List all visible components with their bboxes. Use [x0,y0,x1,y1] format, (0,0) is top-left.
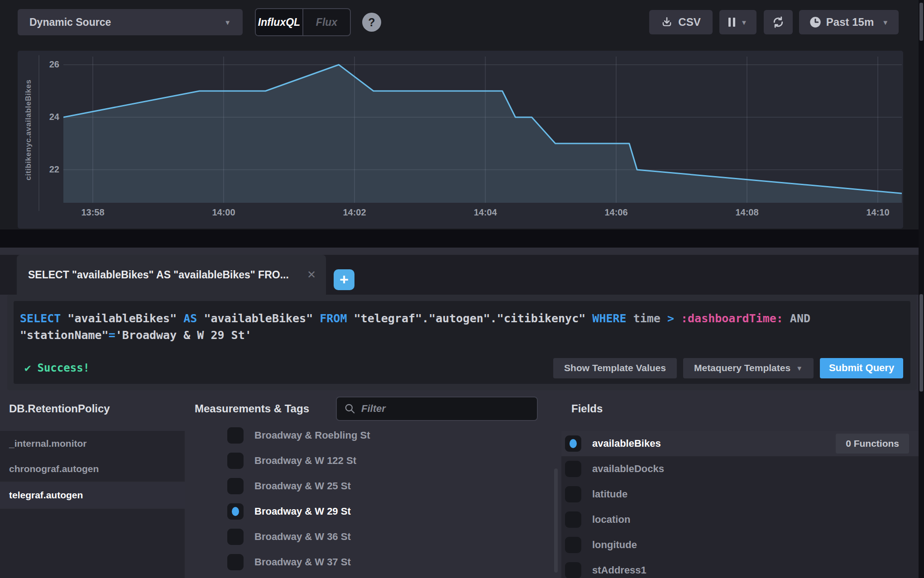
query-status-row: ✔ Success! Show Template Values Metaquer… [24,358,903,378]
measurement-item[interactable]: Broadway & W 37 St [195,549,557,575]
metaquery-templates-label: Metaquery Templates [694,363,790,373]
add-query-tab-button[interactable]: + [334,269,354,290]
db-retention-header: DB.RetentionPolicy [9,402,110,416]
time-range-dropdown[interactable]: Past 15m ▼ [799,10,899,34]
show-template-values-button[interactable]: Show Template Values [553,358,677,378]
check-icon: ✔ [24,362,31,374]
y-tick-label: 26 [39,59,59,70]
x-tick-label: 13:58 [72,207,113,218]
functions-badge[interactable]: 0 Functions [836,434,909,454]
query-builder-section: SELECT "availableBikes" AS "availableBik… [0,248,924,578]
metaquery-templates-dropdown[interactable]: Metaquery Templates ▼ [683,358,814,378]
x-tick-label: 14:10 [857,207,898,218]
field-item[interactable]: latitude [561,482,924,507]
field-item-label: location [592,514,630,525]
source-dropdown-label: Dynamic Source [29,16,111,29]
page-scrollbar-track[interactable] [919,0,924,578]
measurement-item-label: Broadway & W 37 St [254,556,351,568]
field-item[interactable]: location [561,507,924,532]
query-text[interactable]: SELECT "availableBikes" AS "availableBik… [20,310,901,344]
pause-icon [728,18,735,27]
field-item[interactable]: stAddress1 [561,558,924,578]
csv-download-button[interactable]: CSV [649,10,713,34]
measurements-filter[interactable] [336,396,538,421]
clock-icon [809,16,822,29]
filter-input[interactable] [360,402,525,415]
measurement-item-label: Broadway & W 36 St [254,531,351,543]
measurement-item-label: Broadway & W 25 St [254,480,351,492]
graph-panel: citibikenyc.availableBikes 262422 13:581… [18,51,903,229]
checkbox-icon[interactable] [565,461,581,477]
refresh-button[interactable] [764,10,793,34]
checkbox-icon[interactable] [565,562,581,578]
section-divider [0,229,924,248]
field-item[interactable]: availableBikes0 Functions [561,431,924,456]
db-retention-list: _internal.monitorchronograf.autogenteleg… [0,431,185,578]
field-item-label: stAddress1 [592,564,646,576]
toggle-influxql[interactable]: InfluxQL [256,9,302,35]
measurement-item[interactable]: Broadway & W 29 St [195,499,557,524]
db-list-background [0,509,185,578]
query-tab-label: SELECT "availableBikes" AS "availableBik… [28,269,289,281]
y-tick-label: 24 [39,112,59,122]
field-item[interactable]: availableDocks [561,456,924,482]
query-status-success: ✔ Success! [24,362,90,374]
measurement-item[interactable]: Broadway & W 122 St [195,448,557,473]
checkbox-icon[interactable] [565,511,581,528]
field-item-label: latitude [592,488,627,500]
query-tab[interactable]: SELECT "availableBikes" AS "availableBik… [17,255,326,295]
query-code-editor[interactable]: SELECT "availableBikes" AS "availableBik… [14,301,910,384]
page-scrollbar-thumb[interactable] [919,3,923,41]
timeseries-chart[interactable] [63,57,902,203]
measurement-item[interactable]: Broadway & Roebling St [195,423,557,448]
checkbox-icon[interactable] [565,486,581,502]
measurement-item[interactable]: Broadway & W 36 St [195,524,557,549]
y-axis-title: citibikenyc.availableBikes [24,62,36,198]
query-code-line: SELECT "availableBikes" AS "availableBik… [20,310,901,327]
query-tab-bar: SELECT "availableBikes" AS "availableBik… [0,255,924,295]
db-retention-item[interactable]: chronograf.autogen [0,456,185,482]
db-retention-item[interactable]: telegraf.autogen [0,482,185,509]
toggle-flux[interactable]: Flux [302,9,350,35]
chevron-down-icon: ▼ [741,19,747,26]
x-tick-label: 14:06 [596,207,637,218]
editor-scrollbar-thumb[interactable] [919,294,923,392]
chevron-down-icon: ▼ [882,19,889,26]
checkbox-icon[interactable] [227,427,244,444]
query-code-line: "stationName"='Broadway & W 29 St' [20,327,901,344]
checkbox-icon[interactable] [227,478,244,494]
checkbox-icon[interactable] [227,554,244,570]
y-tick-label: 22 [39,164,59,175]
search-icon [344,403,356,415]
query-language-toggle[interactable]: InfluxQL Flux [255,8,351,36]
help-icon[interactable]: ? [362,13,381,32]
status-message: Success! [37,362,90,374]
field-item-label: longitude [592,539,637,551]
x-tick-label: 14:04 [465,207,506,218]
time-range-label: Past 15m [826,16,874,29]
field-item[interactable]: longitude [561,532,924,558]
pause-button[interactable]: ▼ [719,10,756,34]
checkbox-icon[interactable] [565,537,581,553]
db-retention-item[interactable]: _internal.monitor [0,431,185,456]
checkbox-checked-icon[interactable] [565,435,581,452]
download-icon [661,16,673,28]
measurements-list: Broadway & Roebling StBroadway & W 122 S… [195,423,557,575]
close-icon[interactable]: ✕ [307,268,316,281]
measurement-item[interactable]: Broadway & W 25 St [195,473,557,499]
measurement-item-label: Broadway & Roebling St [254,430,370,441]
fields-list: availableBikes0 FunctionsavailableDocksl… [561,431,924,578]
query-editor-wrapper: SELECT "availableBikes" AS "availableBik… [7,295,917,390]
x-tick-label: 14:00 [203,207,244,218]
measurement-item-label: Broadway & W 122 St [254,455,356,467]
chevron-down-icon: ▼ [796,365,803,372]
refresh-icon [771,15,785,29]
x-tick-label: 14:08 [727,207,767,218]
checkbox-checked-icon[interactable] [227,503,244,520]
field-item-label: availableBikes [592,438,661,449]
submit-query-button[interactable]: Submit Query [820,358,903,378]
checkbox-icon[interactable] [227,529,244,545]
source-dropdown[interactable]: Dynamic Source ▼ [18,9,243,35]
checkbox-icon[interactable] [227,453,244,469]
measurements-scrollbar[interactable] [554,468,558,573]
